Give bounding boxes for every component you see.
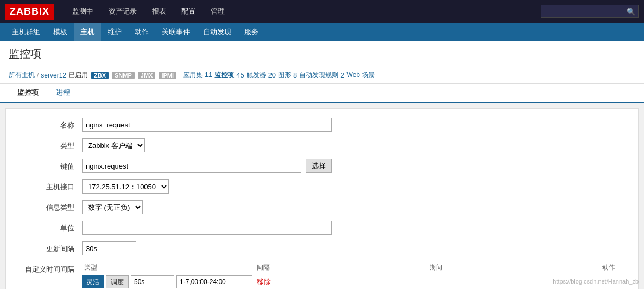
control-name bbox=[82, 118, 332, 132]
input-period[interactable] bbox=[176, 275, 252, 288]
nav-monitor[interactable]: 监测中 bbox=[65, 0, 101, 23]
input-key[interactable] bbox=[82, 159, 301, 173]
key-row: 选择 bbox=[82, 159, 332, 173]
breadcrumb-server12[interactable]: server12 bbox=[41, 72, 66, 79]
label-interval: 更新间隔 bbox=[17, 241, 82, 254]
badge-items-count: 45 bbox=[236, 71, 244, 79]
input-interval[interactable] bbox=[82, 241, 136, 255]
header-action: 动作 bbox=[600, 262, 627, 273]
input-interval-custom[interactable] bbox=[131, 275, 174, 288]
breadcrumb-bar: 所有主机 / server12 已启用 ZBX SNMP JMX IPMI 应用… bbox=[0, 67, 644, 84]
control-interval bbox=[82, 241, 332, 255]
control-info-type: 数字 (无正负) 字符 日志 文本 数字 (浮点) bbox=[82, 200, 332, 214]
subnav-services[interactable]: 服务 bbox=[238, 23, 265, 41]
subnav-actions[interactable]: 动作 bbox=[128, 23, 155, 41]
subnav-hostgroups[interactable]: 主机群组 bbox=[5, 23, 47, 41]
form-row-interface: 主机接口 172.25.51.12：10050 bbox=[17, 179, 627, 194]
tabs-bar: 监控项 进程 bbox=[0, 84, 644, 103]
nav-admin[interactable]: 管理 bbox=[203, 0, 232, 23]
custom-interval-container: 类型 间隔 期间 动作 灵活 调度 移除 添加 bbox=[82, 262, 627, 289]
breadcrumb-items[interactable]: 监控项 bbox=[214, 70, 234, 80]
tab-process[interactable]: 进程 bbox=[47, 84, 79, 103]
form-row-custom-interval: 自定义时间间隔 类型 间隔 期间 动作 灵活 调度 移除 添加 bbox=[17, 262, 627, 289]
sub-nav: 主机群组 模板 主机 维护 动作 关联事件 自动发现 服务 bbox=[0, 23, 644, 41]
form-row-unit: 单位 bbox=[17, 221, 627, 235]
label-name: 名称 bbox=[17, 118, 82, 130]
header-type: 类型 bbox=[82, 262, 255, 273]
label-interface: 主机接口 bbox=[17, 179, 82, 192]
subnav-hosts[interactable]: 主机 bbox=[74, 23, 101, 41]
nav-reports[interactable]: 报表 bbox=[144, 0, 174, 23]
control-key: 选择 bbox=[82, 159, 332, 173]
btn-remove-interval[interactable]: 移除 bbox=[255, 277, 273, 287]
breadcrumb-triggers[interactable]: 触发器 bbox=[247, 70, 266, 80]
btn-flexible[interactable]: 灵活 bbox=[82, 275, 104, 288]
badge-jmx: JMX bbox=[138, 72, 156, 79]
select-info-type[interactable]: 数字 (无正负) 字符 日志 文本 数字 (浮点) bbox=[82, 200, 143, 214]
label-unit: 单位 bbox=[17, 221, 82, 233]
badge-discovery-count: 2 bbox=[340, 71, 344, 79]
label-info-type: 信息类型 bbox=[17, 200, 82, 213]
breadcrumb-sep1: / bbox=[37, 72, 39, 79]
page-title-bar: 监控项 bbox=[0, 41, 644, 67]
page-title: 监控项 bbox=[9, 47, 635, 61]
interval-header: 类型 间隔 期间 动作 bbox=[82, 262, 627, 273]
logo: ZABBIX bbox=[5, 4, 54, 20]
label-custom-interval: 自定义时间间隔 bbox=[17, 262, 82, 274]
search-box: 🔍 bbox=[541, 5, 639, 18]
input-unit[interactable] bbox=[82, 221, 332, 235]
badge-zbx: ZBX bbox=[91, 72, 109, 79]
badge-ipmi: IPMI bbox=[159, 72, 176, 79]
select-interface[interactable]: 172.25.51.12：10050 bbox=[82, 179, 169, 194]
label-key: 键值 bbox=[17, 159, 82, 171]
breadcrumb-appsets[interactable]: 应用集 bbox=[183, 71, 203, 79]
top-nav: 监测中 资产记录 报表 配置 管理 bbox=[65, 0, 541, 23]
tab-items[interactable]: 监控项 bbox=[9, 84, 47, 103]
breadcrumb-enabled: 已启用 bbox=[68, 70, 88, 80]
breadcrumb-all-hosts[interactable]: 所有主机 bbox=[9, 70, 35, 80]
breadcrumb-web-scenarios[interactable]: Web 场景 bbox=[347, 70, 375, 80]
badge-appsets-count: 11 bbox=[205, 70, 212, 79]
nav-assets[interactable]: 资产记录 bbox=[101, 0, 144, 23]
label-type: 类型 bbox=[17, 138, 82, 151]
control-interface: 172.25.51.12：10050 bbox=[82, 179, 332, 194]
top-bar: ZABBIX 监测中 资产记录 报表 配置 管理 🔍 bbox=[0, 0, 644, 23]
select-type[interactable]: Zabbix 客户端 SNMP JMX IPMI bbox=[82, 138, 145, 152]
header-period: 期间 bbox=[427, 262, 600, 273]
nav-config[interactable]: 配置 bbox=[174, 0, 203, 23]
subnav-discovery[interactable]: 自动发现 bbox=[197, 23, 238, 41]
control-type: Zabbix 客户端 SNMP JMX IPMI bbox=[82, 138, 332, 152]
subnav-templates[interactable]: 模板 bbox=[47, 23, 74, 41]
input-name[interactable] bbox=[82, 118, 332, 132]
btn-schedule[interactable]: 调度 bbox=[106, 275, 129, 288]
control-unit bbox=[82, 221, 332, 235]
badge-snmp: SNMP bbox=[112, 72, 135, 79]
form-area: 名称 类型 Zabbix 客户端 SNMP JMX IPMI 键值 选择 主机接… bbox=[5, 108, 639, 289]
breadcrumb-discovery-rules[interactable]: 自动发现规则 bbox=[299, 70, 338, 80]
select-key-button[interactable]: 选择 bbox=[306, 159, 332, 173]
search-input[interactable] bbox=[541, 5, 639, 18]
header-interval: 间隔 bbox=[255, 262, 427, 273]
badge-triggers-count: 20 bbox=[268, 71, 276, 79]
form-row-key: 键值 选择 bbox=[17, 159, 627, 173]
form-row-type: 类型 Zabbix 客户端 SNMP JMX IPMI bbox=[17, 138, 627, 152]
form-row-info-type: 信息类型 数字 (无正负) 字符 日志 文本 数字 (浮点) bbox=[17, 200, 627, 214]
form-row-interval: 更新间隔 bbox=[17, 241, 627, 255]
breadcrumb-graphs[interactable]: 图形 bbox=[278, 70, 291, 80]
interval-row-1: 灵活 调度 移除 bbox=[82, 275, 627, 288]
form-row-name: 名称 bbox=[17, 118, 627, 132]
badge-graphs-count: 8 bbox=[293, 71, 297, 79]
subnav-maintenance[interactable]: 维护 bbox=[101, 23, 128, 41]
search-icon: 🔍 bbox=[627, 8, 635, 16]
